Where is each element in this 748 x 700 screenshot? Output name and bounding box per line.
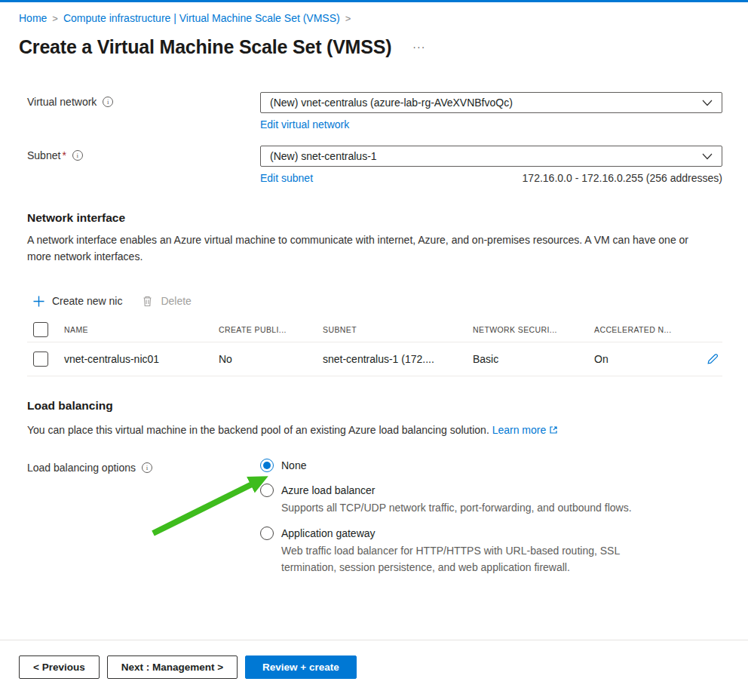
create-new-nic-label: Create new nic bbox=[52, 295, 122, 307]
plus-icon bbox=[33, 296, 44, 307]
breadcrumb: Home > Compute infrastructure | Virtual … bbox=[0, 2, 748, 24]
virtual-network-value: (New) vnet-centralus (azure-lab-rg-AVeXV… bbox=[270, 97, 513, 109]
virtual-network-field: (New) vnet-centralus (azure-lab-rg-AVeXV… bbox=[260, 92, 722, 130]
radio-option-azure-load-balancer[interactable]: Azure load balancer Supports all TCP/UDP… bbox=[260, 483, 722, 516]
row-checkbox-cell bbox=[27, 352, 64, 367]
learn-more-link[interactable]: Learn more bbox=[492, 424, 547, 436]
virtual-network-label: Virtual network bbox=[27, 96, 97, 108]
nic-table-header: NAME CREATE PUBLI... SUBNET NETWORK SECU… bbox=[27, 318, 722, 342]
subnet-field: (New) snet-centralus-1 Edit subnet 172.1… bbox=[260, 146, 722, 184]
next-management-button[interactable]: Next : Management > bbox=[107, 655, 238, 679]
breadcrumb-compute-infrastructure-link[interactable]: Compute infrastructure | Virtual Machine… bbox=[63, 12, 340, 24]
required-asterisk: * bbox=[62, 149, 66, 161]
radio-azure-lb-label[interactable]: Azure load balancer bbox=[281, 483, 632, 498]
radio-azure-lb-description: Supports all TCP/UDP network traffic, po… bbox=[281, 499, 632, 516]
radio-option-application-gateway[interactable]: Application gateway Web traffic load bal… bbox=[260, 526, 722, 576]
radio-application-gateway[interactable] bbox=[260, 527, 274, 540]
radio-app-gw-texts: Application gateway Web traffic load bal… bbox=[281, 526, 667, 576]
header-checkbox-cell bbox=[27, 322, 64, 337]
header-create-public[interactable]: CREATE PUBLI... bbox=[219, 325, 323, 334]
footer-actions: < Previous Next : Management > Review + … bbox=[0, 640, 748, 679]
subnet-address-range: 172.16.0.0 - 172.16.0.255 (256 addresses… bbox=[523, 172, 722, 184]
subnet-label: Subnet* bbox=[27, 149, 66, 161]
virtual-network-links: Edit virtual network bbox=[260, 118, 722, 130]
subnet-select[interactable]: (New) snet-centralus-1 bbox=[260, 146, 722, 167]
radio-dot bbox=[263, 462, 271, 469]
breadcrumb-separator: > bbox=[345, 13, 351, 24]
subnet-label-group: Subnet* bbox=[27, 146, 260, 184]
review-create-button[interactable]: Review + create bbox=[245, 655, 357, 679]
select-all-checkbox[interactable] bbox=[33, 322, 48, 337]
title-row: Create a Virtual Machine Scale Set (VMSS… bbox=[19, 35, 729, 59]
radio-option-none[interactable]: None bbox=[260, 458, 722, 473]
delete-nic-label: Delete bbox=[161, 295, 191, 307]
vmss-create-page: Home > Compute infrastructure | Virtual … bbox=[0, 0, 748, 700]
virtual-network-select[interactable]: (New) vnet-centralus (azure-lab-rg-AVeXV… bbox=[260, 92, 722, 113]
header-subnet[interactable]: SUBNET bbox=[323, 325, 473, 334]
external-link-icon bbox=[549, 425, 558, 434]
breadcrumb-home-link[interactable]: Home bbox=[19, 12, 47, 24]
radio-app-gw-label[interactable]: Application gateway bbox=[281, 526, 667, 541]
more-options-icon[interactable]: ··· bbox=[412, 41, 425, 53]
edit-pencil-icon[interactable] bbox=[706, 352, 719, 366]
load-balancing-description: You can place this virtual machine in th… bbox=[27, 422, 704, 438]
header-accelerated[interactable]: ACCELERATED N... bbox=[594, 325, 694, 334]
load-balancing-description-text: You can place this virtual machine in th… bbox=[27, 424, 489, 436]
virtual-network-row: Virtual network (New) vnet-centralus (az… bbox=[0, 92, 748, 130]
cell-accelerated: On bbox=[594, 353, 694, 365]
radio-none[interactable] bbox=[260, 459, 274, 472]
previous-button[interactable]: < Previous bbox=[19, 655, 100, 679]
chevron-down-icon bbox=[702, 153, 713, 160]
delete-nic-button[interactable]: Delete bbox=[142, 295, 191, 307]
info-icon[interactable] bbox=[72, 150, 83, 161]
info-icon[interactable] bbox=[142, 462, 152, 473]
trash-icon bbox=[142, 295, 153, 307]
cell-create-public: No bbox=[219, 353, 323, 365]
row-checkbox[interactable] bbox=[33, 352, 48, 367]
load-balancing-options-label-group: Load balancing options bbox=[27, 458, 260, 585]
virtual-network-label-group: Virtual network bbox=[27, 92, 260, 130]
edit-subnet-link[interactable]: Edit subnet bbox=[260, 172, 313, 184]
subnet-row: Subnet* (New) snet-centralus-1 Edit subn… bbox=[0, 146, 748, 184]
network-interface-heading: Network interface bbox=[27, 211, 721, 225]
cell-subnet: snet-centralus-1 (172.... bbox=[323, 353, 473, 365]
chevron-down-icon bbox=[702, 100, 713, 106]
radio-azure-load-balancer[interactable] bbox=[260, 484, 274, 497]
nic-table-row[interactable]: vnet-centralus-nic01 No snet-centralus-1… bbox=[27, 342, 722, 376]
subnet-value: (New) snet-centralus-1 bbox=[270, 150, 377, 162]
nic-table: NAME CREATE PUBLI... SUBNET NETWORK SECU… bbox=[27, 318, 722, 376]
network-interface-description: A network interface enables an Azure vir… bbox=[27, 232, 704, 265]
nic-toolbar: Create new nic Delete bbox=[33, 295, 721, 307]
radio-none-label[interactable]: None bbox=[281, 458, 306, 473]
network-form: Virtual network (New) vnet-centralus (az… bbox=[0, 92, 748, 184]
load-balancing-options-row: Load balancing options None Azure load b… bbox=[0, 458, 748, 585]
radio-app-gw-description: Web traffic load balancer for HTTP/HTTPS… bbox=[281, 542, 667, 576]
header-network-security[interactable]: NETWORK SECURI... bbox=[473, 325, 594, 334]
load-balancing-heading: Load balancing bbox=[27, 399, 721, 413]
page-title: Create a Virtual Machine Scale Set (VMSS… bbox=[19, 35, 391, 59]
radio-azure-lb-texts: Azure load balancer Supports all TCP/UDP… bbox=[281, 483, 632, 516]
header-name[interactable]: NAME bbox=[64, 325, 219, 334]
cell-name: vnet-centralus-nic01 bbox=[64, 353, 219, 365]
load-balancing-radio-group: None Azure load balancer Supports all TC… bbox=[260, 458, 722, 585]
subnet-links: Edit subnet 172.16.0.0 - 172.16.0.255 (2… bbox=[260, 172, 722, 184]
cell-edit bbox=[694, 352, 722, 366]
radio-none-texts: None bbox=[281, 458, 306, 473]
breadcrumb-separator: > bbox=[52, 13, 58, 24]
create-new-nic-button[interactable]: Create new nic bbox=[33, 295, 122, 307]
load-balancing-options-label: Load balancing options bbox=[27, 462, 136, 474]
info-icon[interactable] bbox=[103, 97, 113, 107]
edit-virtual-network-link[interactable]: Edit virtual network bbox=[260, 118, 349, 130]
cell-network-security: Basic bbox=[473, 353, 594, 365]
